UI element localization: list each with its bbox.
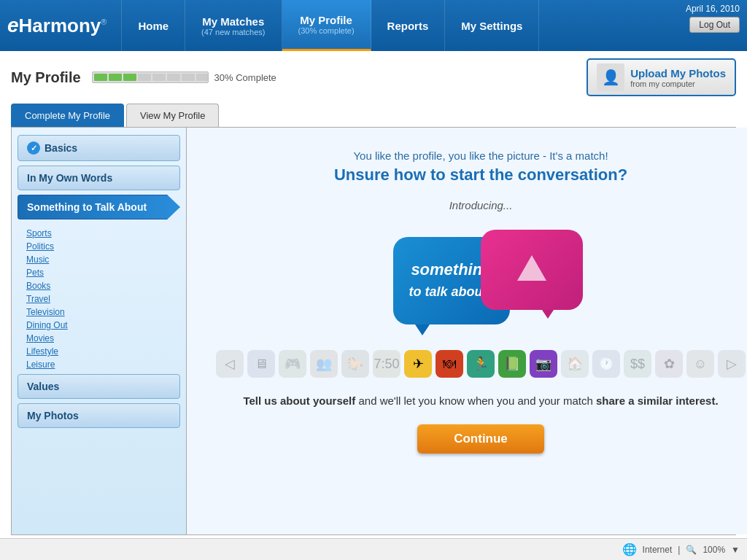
sidebar-item-sports[interactable]: Sports xyxy=(26,227,180,240)
tab-view-profile[interactable]: View My Profile xyxy=(126,104,219,127)
topic-icon-house: 🏠 xyxy=(561,350,589,378)
upload-photos-label: Upload My Photos xyxy=(630,67,726,79)
nav-matches-label: My Matches xyxy=(202,15,264,28)
topic-icon-face: ☺ xyxy=(686,350,714,378)
svg-marker-0 xyxy=(517,255,546,281)
nav-my-matches[interactable]: My Matches (47 new matches) xyxy=(185,0,282,51)
tell-us-text: Tell us about yourself and we'll let you… xyxy=(243,392,718,410)
progress-bar-container: 30% Complete xyxy=(92,71,276,83)
sidebar-sub-items: Sports Politics Music Pets Books Travel … xyxy=(18,224,180,374)
continue-button[interactable]: Continue xyxy=(417,424,544,454)
page-title: My Profile xyxy=(11,69,81,86)
progress-filled xyxy=(93,72,209,82)
sidebar-my-photos-button[interactable]: My Photos xyxy=(18,403,180,428)
bubble-pink xyxy=(481,230,583,310)
topic-icon-run: 🏃 xyxy=(467,350,495,378)
sidebar-basics-label: Basics xyxy=(44,142,77,154)
sidebar-item-music[interactable]: Music xyxy=(26,253,180,266)
dropdown-arrow-icon[interactable]: ▼ xyxy=(731,545,740,555)
separator: | xyxy=(678,545,680,555)
tell-us-bold: Tell us about yourself xyxy=(243,394,355,407)
topic-icon-clock: 7:50 xyxy=(373,350,400,378)
nav-matches-sub: (47 new matches) xyxy=(201,28,265,36)
topic-icon-plane: ✈ xyxy=(404,350,432,378)
sidebar-something-to-talk-about-button[interactable]: Something to Talk About xyxy=(18,195,180,219)
topic-icon-arrow-right: ▷ xyxy=(718,350,746,378)
sidebar-item-lifestyle[interactable]: Lifestyle xyxy=(26,345,180,358)
sidebar-item-pets[interactable]: Pets xyxy=(26,266,180,279)
sidebar-item-movies[interactable]: Movies xyxy=(26,332,180,345)
topic-icon-camera: 📷 xyxy=(530,350,557,378)
progress-text: 30% Complete xyxy=(214,72,276,83)
tell-us-bold2: share a similar interest. xyxy=(596,394,719,407)
zoom-icon: 🔍 xyxy=(686,545,697,555)
nav: Home My Matches (47 new matches) My Prof… xyxy=(121,0,740,51)
progress-block-3 xyxy=(123,74,136,81)
profile-header: My Profile 30% Complete 👤 Upload My P xyxy=(11,58,736,96)
basics-check-icon: ✓ xyxy=(27,141,40,155)
main-layout: ✓ Basics In My Own Words Something to Ta… xyxy=(11,127,736,535)
progress-block-4 xyxy=(138,74,151,81)
nav-my-settings[interactable]: My Settings xyxy=(445,0,539,51)
sidebar-item-dining-out[interactable]: Dining Out xyxy=(26,319,180,332)
upload-photos-button[interactable]: 👤 Upload My Photos from my computer xyxy=(587,58,736,96)
nav-my-profile[interactable]: My Profile (30% complete) xyxy=(282,0,371,51)
topic-icon-computer: 🖥 xyxy=(247,350,275,378)
topic-icon-floral: ✿ xyxy=(655,350,683,378)
progress-block-2 xyxy=(109,74,122,81)
sidebar-item-television[interactable]: Television xyxy=(26,306,180,319)
introducing-text: Introducing... xyxy=(449,199,513,211)
sidebar: ✓ Basics In My Own Words Something to Ta… xyxy=(12,128,187,534)
progress-block-1 xyxy=(94,74,107,81)
nav-home-label: Home xyxy=(138,20,169,32)
progress-block-6 xyxy=(167,74,180,81)
topic-icon-money: $$ xyxy=(624,350,651,378)
internet-icon: 🌐 xyxy=(622,542,637,556)
tab-complete-profile[interactable]: Complete My Profile xyxy=(11,104,124,127)
intro-text: You like the profile, you like the pictu… xyxy=(353,149,608,162)
icons-row: ◁ 🖥 🎮 👥 🐎 7:50 ✈ 🍽 🏃 📗 📷 🏠 🕐 $$ ✿ ☺ ▷ xyxy=(216,350,746,378)
page-content: My Profile 30% Complete 👤 Upload My P xyxy=(0,51,747,542)
sidebar-something-to-talk-about-label: Something to Talk About xyxy=(27,201,147,213)
sidebar-basics-button[interactable]: ✓ Basics xyxy=(18,135,180,161)
progress-block-8 xyxy=(196,74,209,81)
sidebar-item-politics[interactable]: Politics xyxy=(26,240,180,253)
main-heading: Unsure how to start the conversation? xyxy=(334,166,627,184)
topic-icon-car: 🐎 xyxy=(341,350,369,378)
topic-icon-game: 🎮 xyxy=(279,350,306,378)
nav-reports[interactable]: Reports xyxy=(371,0,446,51)
bottom-bar: 🌐 Internet | 🔍 100% ▼ xyxy=(0,538,747,560)
nav-profile-label: My Profile xyxy=(300,14,352,26)
header: eHarmony® Home My Matches (47 new matche… xyxy=(0,0,747,51)
header-date: April 16, 2010 xyxy=(686,4,740,14)
tabs: Complete My Profile View My Profile xyxy=(11,104,736,127)
header-right: April 16, 2010 Log Out xyxy=(686,4,740,33)
sidebar-in-my-own-words-button[interactable]: In My Own Words xyxy=(18,166,180,190)
progress-bar xyxy=(92,71,209,83)
nav-profile-sub: (30% complete) xyxy=(298,26,355,35)
internet-label: Internet xyxy=(643,545,673,555)
topic-icon-clock2: 🕐 xyxy=(592,350,620,378)
logo: eHarmony® xyxy=(7,14,107,37)
bubbles-container: somethingto talk about™ xyxy=(379,222,583,339)
sidebar-my-photos-label: My Photos xyxy=(27,410,79,421)
topic-icon-fork: 🍽 xyxy=(436,350,463,378)
sidebar-item-leisure[interactable]: Leisure xyxy=(26,358,180,371)
progress-block-7 xyxy=(182,74,195,81)
upload-photos-text: Upload My Photos from my computer xyxy=(630,67,726,88)
sidebar-values-label: Values xyxy=(27,381,59,392)
progress-block-5 xyxy=(152,74,166,81)
sidebar-in-my-own-words-label: In My Own Words xyxy=(27,172,112,184)
photo-upload-icon: 👤 xyxy=(597,63,624,91)
nav-reports-label: Reports xyxy=(387,20,429,32)
nav-settings-label: My Settings xyxy=(461,20,522,32)
topic-icon-book: 📗 xyxy=(498,350,526,378)
sidebar-item-travel[interactable]: Travel xyxy=(26,292,180,306)
nav-home[interactable]: Home xyxy=(121,0,185,51)
zoom-text: 100% xyxy=(703,545,725,555)
topic-icon-people: 👥 xyxy=(310,350,338,378)
sidebar-item-books[interactable]: Books xyxy=(26,279,180,292)
logout-button[interactable]: Log Out xyxy=(689,17,740,33)
sidebar-values-button[interactable]: Values xyxy=(18,374,180,399)
main-content: You like the profile, you like the pictu… xyxy=(187,128,747,534)
